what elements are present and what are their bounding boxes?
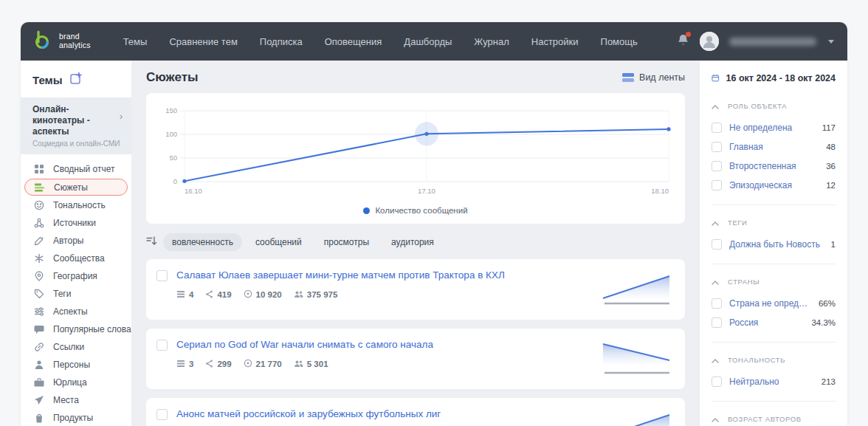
nav-item-sravnenie-tem[interactable]: Сравнение тем [169, 36, 237, 47]
add-topic-icon[interactable] [69, 72, 83, 88]
chevron-right-icon: › [120, 111, 123, 122]
sidebar-item-populyarnye-slova[interactable]: Популярные слова [21, 320, 131, 338]
date-range-picker[interactable]: 16 окт 2024 - 18 окт 2024 [712, 72, 836, 84]
filter-section-header[interactable]: ТЕГИ [712, 216, 836, 229]
bubble-icon [33, 324, 44, 335]
nav-item-opoveshcheniya[interactable]: Оповещения [325, 36, 382, 47]
svg-text:0: 0 [173, 177, 177, 185]
filter-checkbox[interactable] [712, 142, 722, 152]
filter-section-tonalnost: ТОНАЛЬНОСТЬНейтрально213 [712, 342, 836, 391]
sort-option-1[interactable]: сообщений [247, 233, 311, 251]
story-title-link[interactable]: Салават Юлаев завершает мини-турне матче… [176, 269, 593, 282]
filter-section-header[interactable]: СТРАНЫ [712, 275, 836, 288]
svg-text:100: 100 [165, 130, 177, 138]
story-stat: 299 [205, 357, 231, 371]
feed-view-icon [622, 73, 634, 83]
sidebar-item-yurlitsa[interactable]: Юрлица [21, 374, 131, 391]
sidebar-item-avtory[interactable]: Авторы [21, 232, 131, 250]
story-title-link[interactable]: Сериал по God of War начали снимать с са… [176, 338, 593, 351]
sidebar-item-tegi[interactable]: Теги [21, 285, 131, 303]
story-checkbox[interactable] [156, 409, 168, 420]
plane-icon [33, 395, 44, 406]
filter-item: Нейтрально213 [712, 372, 836, 391]
nav-item-pomoshch[interactable]: Помощь [601, 36, 638, 47]
story-body: Анонс матчей российской и зарубежных фут… [176, 408, 593, 426]
sidebar-item-label: Популярные слова [53, 324, 131, 334]
stat-value: 21 770 [256, 360, 282, 368]
page-body: Темы Онлайн-кинотеатры - аспекты › Соцме… [21, 61, 847, 426]
story-title-link[interactable]: Анонс матчей российской и зарубежных фут… [176, 408, 593, 421]
chevron-up-icon [712, 216, 719, 229]
stat-value: 375 975 [307, 290, 338, 299]
filter-label[interactable]: Не определена [729, 123, 815, 133]
filter-label[interactable]: Второстепенная [729, 161, 819, 171]
topic-card[interactable]: Онлайн-кинотеатры - аспекты › Соцмедиа и… [21, 97, 131, 154]
stat-value: 3 [189, 360, 193, 368]
sidebar-item-mesta[interactable]: Места [21, 391, 131, 409]
sort-option-3[interactable]: аудитория [382, 233, 443, 251]
stat-value: 419 [217, 290, 231, 299]
sidebar-item-label: Аспекты [53, 306, 88, 317]
filter-section-header[interactable]: РОЛЬ ОБЪЕКТА [712, 99, 836, 112]
sidebar-item-tonalnost[interactable]: Тональность [21, 196, 131, 214]
sidebar-item-soobshchestva[interactable]: Сообщества [21, 250, 131, 267]
filter-label[interactable]: Главная [729, 142, 819, 152]
sidebar-item-istochniki[interactable]: Источники [21, 214, 131, 232]
nav-item-temy[interactable]: Темы [123, 36, 148, 47]
story-stat: 375 975 [294, 288, 338, 301]
filter-item: Должна быть Новость1 [712, 235, 836, 254]
sidebar-item-svodnyy-otchet[interactable]: Сводный отчет [21, 160, 131, 178]
briefcase-icon [33, 377, 44, 388]
sidebar-item-label: Тональность [53, 200, 106, 210]
filter-label[interactable]: Эпизодическая [729, 180, 819, 190]
story-checkbox[interactable] [156, 340, 168, 351]
filter-value: 34.3% [811, 318, 836, 327]
nav-item-podpiska[interactable]: Подписка [260, 36, 303, 47]
sort-icon[interactable] [146, 236, 157, 249]
sidebar-item-persony[interactable]: Персоны [21, 356, 131, 374]
sidebar-item-label: Сюжеты [54, 182, 88, 193]
nav-item-dashbordy[interactable]: Дашборды [404, 36, 452, 47]
sidebar-item-geografiya[interactable]: География [21, 267, 131, 285]
sidebar-item-aspekty[interactable]: Аспекты [21, 303, 131, 320]
tag-icon [33, 289, 44, 300]
sidebar-menu: Сводный отчетСюжетыТональностьИсточникиА… [21, 154, 131, 426]
filter-checkbox[interactable] [712, 180, 722, 190]
filter-section-header[interactable]: ВОЗРАСТ АВТОРОВ [712, 412, 836, 425]
filter-checkbox[interactable] [712, 239, 722, 250]
filter-checkbox[interactable] [712, 298, 722, 309]
filter-checkbox[interactable] [712, 123, 722, 133]
filter-section-rol-obekta: РОЛЬ ОБЪЕКТАНе определена117Главная48Вто… [712, 89, 836, 195]
sidebar-item-syuzhety[interactable]: Сюжеты [24, 179, 128, 196]
story-checkbox[interactable] [156, 270, 168, 281]
story-body: Сериал по God of War начали снимать с са… [176, 338, 593, 371]
themes-title: Темы [32, 74, 62, 86]
story-stats: 329921 7705 301 [176, 357, 593, 371]
reposts-icon [205, 288, 213, 301]
avatar[interactable] [700, 32, 719, 51]
story-stat: 5 301 [294, 357, 328, 371]
filter-section-header[interactable]: ТОНАЛЬНОСТЬ [712, 353, 836, 366]
sidebar-item-produkty[interactable]: Продукты [21, 409, 131, 426]
filter-label[interactable]: Должна быть Новость [729, 239, 824, 250]
notifications-bell-icon[interactable] [677, 33, 689, 49]
nav-item-nastroyki[interactable]: Настройки [531, 36, 579, 47]
filter-item: Эпизодическая12 [712, 176, 836, 195]
sort-option-0[interactable]: вовлеченность [163, 233, 242, 251]
filter-checkbox[interactable] [712, 161, 722, 171]
feed-view-button[interactable]: Вид ленты [622, 72, 685, 83]
sort-option-2[interactable]: просмотры [315, 233, 378, 251]
brand-analytics-logo[interactable]: brand analytics [31, 29, 91, 54]
filter-checkbox[interactable] [712, 317, 722, 328]
filter-label[interactable]: Россия [729, 317, 804, 328]
chevron-down-icon[interactable] [828, 40, 834, 44]
nav-item-zhurnal[interactable]: Журнал [474, 36, 509, 47]
filter-checkbox[interactable] [712, 377, 722, 387]
filter-label[interactable]: Страна не определена [729, 298, 811, 309]
topic-subtitle: Соцмедиа и онлайн-СМИ [32, 140, 123, 148]
svg-text:50: 50 [169, 154, 177, 162]
filter-label[interactable]: Нейтрально [729, 377, 814, 387]
sidebar-item-ssylki[interactable]: Ссылки [21, 338, 131, 356]
filter-section-title: ТОНАЛЬНОСТЬ [728, 356, 785, 364]
sidebar-item-label: Авторы [53, 236, 83, 246]
